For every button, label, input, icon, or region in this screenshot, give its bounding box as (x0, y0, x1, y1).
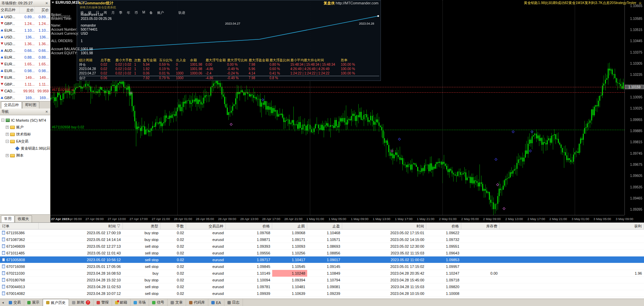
navigator-item[interactable]: 黄金钥匙1.98比回调 (0, 145, 50, 152)
bottom-tab-信号[interactable]: 信号 (149, 299, 168, 306)
market-watch-row[interactable]: USD...0.89...0.89... (0, 13, 50, 20)
stats-site-link[interactable]: 复盘侠 http://MTCommander.com (324, 1, 379, 6)
close-icon[interactable]: ✕ (45, 1, 49, 5)
terminal-col-header[interactable]: 库存费 (461, 223, 500, 229)
order-cell-type: buy stop (123, 277, 160, 283)
bottom-tab-警报[interactable]: 警报 (94, 299, 112, 306)
market-watch-row[interactable]: GBP...1.24...1.24... (0, 20, 50, 27)
order-row[interactable]: 6701807682023.04.28 15:32:10buy stop0.02… (0, 277, 644, 283)
terminal-col-header[interactable]: 价格 (426, 223, 461, 229)
mt4-terminal-window: 市场报价: 09:25:27 ✕ 交易品种 卖价 买价 USD...0.89..… (0, 0, 644, 306)
bottom-tab-邮箱[interactable]: 邮箱 (112, 299, 131, 306)
stats-menu-item[interactable]: M (142, 10, 145, 15)
expand-icon[interactable]: + (6, 154, 9, 157)
market-watch-row[interactable]: GBP...1.11...1.11... (0, 81, 50, 88)
navigator-item[interactable]: −IC Markets (SC) MT4 (0, 117, 50, 124)
articles-icon (171, 301, 174, 304)
expand-icon[interactable]: + (6, 126, 9, 129)
chart-titlebar[interactable]: EURUSD,M15 (51, 0, 87, 4)
market-watch-row[interactable]: CAD...99.95199.959 (0, 88, 50, 94)
navigator-item-label: 脚本 (16, 153, 24, 158)
column-ask[interactable]: 买价 (35, 7, 50, 13)
market-watch-row[interactable]: EUR...1.10...1.10... (0, 27, 50, 34)
order-row[interactable]: 6710873622023.05.02 14:14:14buy stop0.02… (0, 236, 644, 243)
time-axis[interactable]: 27 Apr 202327 Apr 05:0027 Apr 09:0027 Ap… (50, 215, 624, 222)
order-cell-profit (500, 236, 644, 243)
navigator-tab[interactable]: 常用 (1, 215, 14, 222)
close-icon[interactable]: ✕ (45, 110, 49, 114)
navigator-tab[interactable]: 收藏夹 (15, 215, 32, 222)
terminal-col-header[interactable]: 订单 (0, 223, 39, 229)
order-row[interactable]: 6707160982023.05.01 17:05:06sell stop0.0… (0, 263, 644, 270)
terminal-col-header[interactable]: 获利 (500, 223, 644, 229)
order-row[interactable]: 6710498392023.05.02 12:27:13sell stop0.0… (0, 243, 644, 250)
order-row[interactable]: 6702110302023.04.28 16:08:53buy0.02eurus… (0, 270, 644, 277)
market-watch-row[interactable]: AUD...0.66...0.66... (0, 47, 50, 54)
order-cell-lots: 0.02 (160, 277, 186, 283)
market-watch-row[interactable]: GBP...169...169... (0, 94, 50, 101)
terminal-col-header[interactable]: 时间 ▽ (39, 223, 123, 229)
order-row[interactable]: 6700140822023.04.28 10:07:12sell stop0.0… (0, 290, 644, 297)
stats-menu-item[interactable]: 币 (135, 10, 138, 15)
collapse-icon[interactable]: − (1, 119, 4, 122)
bottom-tab-代码库[interactable]: 代码库 (186, 299, 208, 306)
market-watch-tab[interactable]: 交易品种 (1, 101, 22, 109)
ask-price: 1.10... (35, 28, 50, 32)
collapse-icon[interactable]: − (6, 140, 9, 143)
navigator-item[interactable]: +账户 (0, 124, 50, 131)
stats-menu-item[interactable]: 月 (111, 10, 115, 15)
order-row[interactable]: 6700449132023.04.28 11:02:53sell stop0.0… (0, 283, 644, 290)
window-restore-icon[interactable] (81, 1, 83, 4)
bottom-tab-新闻[interactable]: 新闻7 (69, 299, 94, 306)
expand-icon[interactable]: + (6, 133, 9, 136)
bottom-tab-文章[interactable]: 文章 (168, 299, 186, 306)
symbol-cell: EUR... (0, 28, 20, 32)
market-watch-row[interactable]: EUR...149...149... (0, 74, 50, 81)
stats-menu-item[interactable]: 年 (127, 10, 130, 15)
order-row[interactable]: 6710114852023.05.02 11:01:43sell stop0.0… (0, 250, 644, 256)
order-cell-time: 2023.04.28 16:08:53 (39, 270, 123, 277)
bid-price: 136... (20, 35, 35, 39)
bottom-tab-EA[interactable]: EA (208, 299, 224, 306)
terminal-col-header[interactable]: 价格 (226, 223, 272, 229)
navigator-item[interactable]: +脚本 (0, 152, 50, 159)
terminal-col-header[interactable]: 手数 (160, 223, 186, 229)
bottom-tab-label: 市场 (138, 300, 146, 305)
account-info-value: nomandor (81, 24, 96, 27)
navigator-item[interactable]: −EA交易 (0, 138, 50, 145)
stats-cell: 0.02 | 0.02 (115, 71, 134, 76)
stats-menu-item[interactable]: 轨迹 (178, 10, 185, 15)
price-scale[interactable]: 1.106651.105851.105151.104451.103751.103… (624, 0, 644, 215)
bottom-tab-日志[interactable]: 日志 (224, 299, 243, 306)
column-symbol[interactable]: 交易品种 (0, 7, 20, 13)
column-bid[interactable]: 卖价 (20, 7, 35, 13)
order-marker-icon (261, 98, 264, 101)
stats-menu-item[interactable]: 周 (104, 10, 107, 15)
stats-menu-item[interactable]: 季 (119, 10, 122, 15)
time-tick-label: 27 Apr 09:00 (85, 217, 104, 221)
bottom-tab-交易[interactable]: 交易 (6, 299, 24, 306)
bottom-tab-市场[interactable]: 市场 (131, 299, 149, 306)
stats-menu-item[interactable]: 账户 (157, 10, 164, 15)
terminal-col-header[interactable]: 时间 (342, 223, 426, 229)
market-watch-row[interactable]: EUR...1.65...1.65... (0, 61, 50, 67)
market-watch-row[interactable]: USD...1.36...1.36... (0, 40, 50, 47)
order-cell-tp: 1.10849 (307, 270, 342, 277)
terminal-col-header[interactable]: 交易品种 (186, 223, 226, 229)
order-row[interactable]: 6711553862023.05.02 17:00:19buy stop0.02… (0, 230, 644, 236)
terminal-col-header[interactable]: 止盈 (307, 223, 342, 229)
market-watch-row[interactable]: EUR...0.88...0.88... (0, 54, 50, 61)
market-watch-row[interactable]: EUR...0.98...0.98... (0, 67, 50, 74)
stats-menu-item[interactable]: 备 (149, 10, 153, 15)
order-row[interactable]: 6710058082023.05.02 10:56:12sell stop0.0… (0, 256, 644, 263)
navigator-item[interactable]: +技术指标 (0, 131, 50, 138)
terminal-col-header[interactable]: 类型 (123, 223, 160, 229)
bottom-tab-账户历史[interactable]: 账户历史 (43, 299, 69, 306)
tab-scroll-left-icon[interactable]: ◄ (0, 301, 6, 304)
terminal-col-header[interactable]: 止损 (272, 223, 307, 229)
window-close-icon[interactable] (84, 1, 87, 4)
market-watch-row[interactable]: USD...136...136... (0, 34, 50, 40)
bottom-tab-展示[interactable]: 展示 (24, 299, 43, 306)
market-watch-tab[interactable]: 即时图 (22, 101, 39, 109)
bottom-tab-label: 警报 (101, 300, 109, 305)
